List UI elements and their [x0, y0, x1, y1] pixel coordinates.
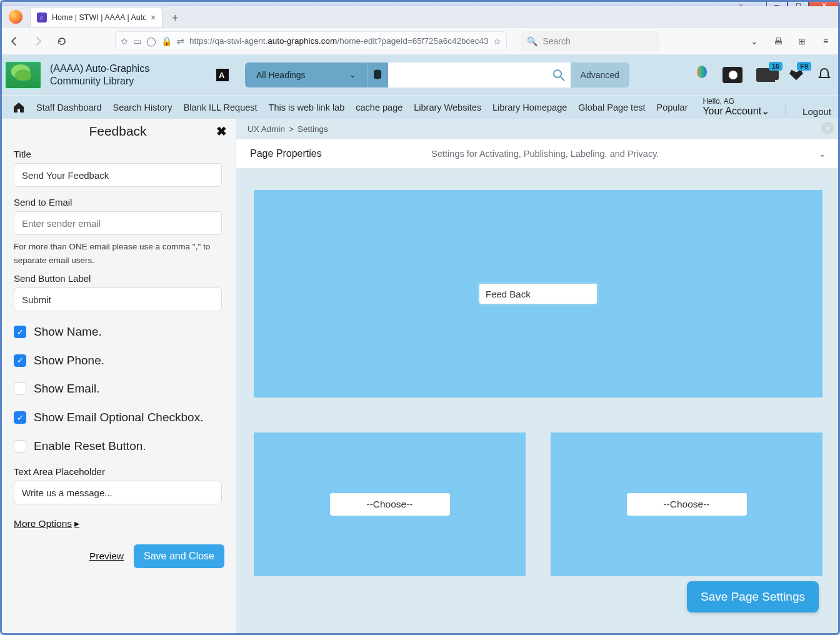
send-button-label-input[interactable] [14, 288, 222, 311]
forward-button[interactable] [30, 33, 46, 49]
textarea-placeholder-label: Text Area Placeholder [14, 466, 222, 477]
divider [786, 102, 786, 117]
page-properties-bar[interactable]: Page Properties Settings for Activating,… [236, 139, 840, 169]
shield-icon[interactable]: ◯ [146, 36, 156, 46]
nav-global-page-test[interactable]: Global Page test [578, 102, 645, 112]
search-placeholder: Search [542, 36, 570, 46]
nav-popular[interactable]: Popular [657, 102, 688, 112]
reload-button[interactable] [54, 33, 70, 49]
checkbox-show-phone[interactable]: ✓ [14, 354, 26, 367]
chevron-down-icon: ⌄ [819, 149, 826, 159]
advanced-search-button[interactable]: Advanced [571, 62, 629, 88]
close-icon[interactable]: ✖ [216, 124, 227, 139]
tab-title: Home | STWI | AAAA | Auto-Gr [52, 13, 146, 22]
more-options-link[interactable]: More Options▸ [14, 518, 79, 529]
account-block[interactable]: Hello, AG Your Account⌄ [702, 98, 769, 117]
star-icon[interactable]: ☆ [493, 36, 501, 46]
choose-select-left[interactable]: --Choose-- [330, 493, 450, 516]
chevron-down-icon: ⌄ [349, 71, 356, 79]
extensions-icon[interactable]: ⊞ [794, 33, 810, 49]
title-input[interactable] [14, 163, 222, 187]
email-input[interactable] [14, 211, 222, 235]
menu-icon[interactable]: ≡ [818, 33, 834, 49]
nav-blank-ill[interactable]: Blank ILL Request [184, 102, 258, 112]
camera-icon[interactable] [722, 67, 742, 83]
textarea-placeholder-input[interactable] [14, 481, 222, 504]
preview-link[interactable]: Preview [89, 551, 124, 562]
title-label: Title [14, 149, 222, 159]
feedback-block[interactable]: Feed Back [254, 190, 822, 398]
page-properties-subtitle: Settings for Activating, Publishing, Lab… [431, 149, 659, 159]
choose-block-right[interactable]: --Choose-- [551, 432, 822, 576]
main: Feedback ✖ Title Send to Email For more … [0, 119, 840, 635]
chevron-down-icon: ⌄ [761, 106, 769, 116]
header-search-input[interactable] [388, 62, 571, 88]
library-name: (AAAA) Auto-Graphics Community Library [50, 62, 194, 88]
back-button[interactable] [6, 33, 22, 49]
checkbox-show-email[interactable] [14, 382, 26, 395]
container-icon[interactable]: ▭ [133, 36, 141, 46]
nav-row: Staff Dashboard Search History Blank ILL… [0, 95, 840, 119]
browser-toolbar: ✩ ▭ ◯ 🔒 ⇄ https://qa-stwi-agent.auto-gra… [0, 28, 840, 55]
email-hint: For more than ONE email please use a com… [14, 240, 222, 267]
checkbox-show-email-optional-label: Show Email Optional Checkbox. [34, 409, 203, 426]
content-area: UX Admin > Settings × Page Properties Se… [236, 119, 840, 635]
tab-close-icon[interactable]: × [151, 12, 156, 22]
page-properties-title: Page Properties [250, 148, 322, 159]
checkbox-show-name[interactable]: ✓ [14, 326, 26, 338]
save-and-close-button[interactable]: Save and Close [134, 544, 224, 568]
url-bar[interactable]: ✩ ▭ ◯ 🔒 ⇄ https://qa-stwi-agent.auto-gra… [115, 31, 507, 51]
nav-library-websites[interactable]: Library Websites [414, 102, 481, 112]
search-icon[interactable] [552, 68, 566, 82]
news-icon[interactable]: 16 [756, 68, 775, 82]
favorites-icon[interactable]: F9 [789, 68, 804, 82]
nav-staff-dashboard[interactable]: Staff Dashboard [36, 102, 102, 112]
permissions-icon[interactable]: ⇄ [177, 36, 184, 46]
bookmark-plus-icon[interactable]: ✩ [121, 36, 128, 46]
nav-cache-page[interactable]: cache page [356, 102, 402, 112]
lock-icon: 🔒 [161, 36, 172, 46]
print-icon[interactable]: 🖶 [770, 33, 786, 49]
choose-select-right[interactable]: --Choose-- [627, 493, 747, 516]
choose-block-left[interactable]: --Choose-- [254, 432, 526, 576]
url-text: https://qa-stwi-agent.auto-graphics.com/… [189, 36, 488, 46]
firefox-logo-icon [9, 10, 22, 24]
translate-icon[interactable]: A [214, 66, 231, 84]
svg-text:A: A [219, 71, 225, 80]
logout-link[interactable]: Logout [802, 106, 831, 117]
crumb-settings[interactable]: Settings [298, 124, 328, 134]
checkbox-show-phone-label: Show Phone. [34, 352, 104, 369]
balloon-icon[interactable] [695, 66, 709, 84]
email-label: Send to Email [14, 197, 222, 208]
checkbox-show-email-optional[interactable]: ✓ [14, 411, 26, 424]
svg-line-4 [561, 77, 564, 81]
notifications-icon[interactable] [818, 68, 831, 82]
search-icon: 🔍 [527, 36, 538, 46]
new-tab-button[interactable]: + [166, 9, 184, 27]
browser-tab[interactable]: ⌂ Home | STWI | AAAA | Auto-Gr × [30, 7, 162, 27]
browser-search[interactable]: 🔍 Search [521, 31, 659, 51]
pocket-icon[interactable]: ⌄ [746, 33, 762, 49]
feedback-block-input[interactable]: Feed Back [478, 282, 599, 306]
checkbox-show-email-label: Show Email. [34, 381, 100, 397]
heading-select[interactable]: All Headings ⌄ [245, 62, 367, 88]
close-panel-icon[interactable]: × [821, 122, 834, 134]
favicon-icon: ⌂ [37, 12, 47, 22]
window-titlebar: ⌵ ─ ◻ ✕ [0, 0, 840, 6]
nav-library-homepage[interactable]: Library Homepage [492, 102, 567, 112]
canvas: Feed Back --Choose-- --Choose-- [236, 169, 840, 601]
library-logo [5, 61, 41, 89]
nav-web-link-lab[interactable]: This is web link lab [269, 102, 345, 112]
save-page-settings-button[interactable]: Save Page Settings [687, 581, 819, 612]
crumb-ux-admin[interactable]: UX Admin [248, 124, 285, 134]
send-button-label-label: Send Button Label [14, 273, 222, 284]
database-icon[interactable] [367, 62, 388, 88]
home-icon[interactable] [12, 102, 25, 113]
heading-select-group: All Headings ⌄ Advanced [245, 62, 629, 88]
nav-search-history[interactable]: Search History [113, 102, 172, 112]
checkbox-enable-reset[interactable] [14, 440, 26, 452]
svg-point-3 [554, 70, 561, 78]
chevron-right-icon: ▸ [74, 518, 79, 529]
hello-text: Hello, AG [702, 98, 769, 105]
your-account-label: Your Account [702, 106, 761, 116]
